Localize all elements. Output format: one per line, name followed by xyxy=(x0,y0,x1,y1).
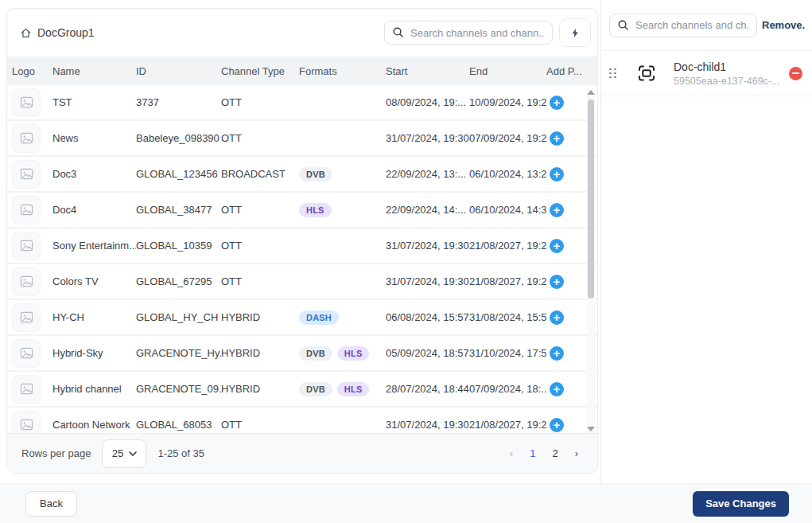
image-icon xyxy=(20,383,33,395)
group-name-label: DocGroup1 xyxy=(37,26,95,39)
lightning-icon xyxy=(570,28,581,38)
table-row[interactable]: Doc3 GLOBAL_123456 BROADCAST DVB 22/09/2… xyxy=(7,157,597,193)
table-row[interactable]: Colors TV GLOBAL_67295 OTT 31/07/2024, 1… xyxy=(7,264,597,300)
channel-id: GLOBAL_10359 xyxy=(136,240,221,252)
action-footer: Back Save Changes xyxy=(0,483,812,523)
channel-name: Hybrid channel xyxy=(52,383,136,395)
channels-search-input[interactable] xyxy=(384,21,553,45)
group-title: DocGroup1 xyxy=(20,26,95,39)
channel-start: 31/07/2024, 19:30 xyxy=(386,275,469,287)
image-icon xyxy=(20,96,33,108)
table-row[interactable]: Sony Entertainm... GLOBAL_10359 OTT 31/0… xyxy=(7,228,597,264)
channel-type: OTT xyxy=(221,240,299,252)
back-button[interactable]: Back xyxy=(25,491,77,517)
channel-name: TST xyxy=(52,96,136,108)
add-channel-button[interactable]: + xyxy=(550,131,564,146)
add-channel-button[interactable]: + xyxy=(550,310,564,325)
channel-end: 06/10/2024, 13:24 xyxy=(469,168,546,180)
pagination-page-1[interactable]: 1 xyxy=(530,447,535,459)
channel-type: OTT xyxy=(221,204,299,216)
scroll-up-arrow[interactable] xyxy=(587,90,595,95)
table-row[interactable]: Hybrid-Sky GRACENOTE_Hy... HYBRID DVBHLS… xyxy=(7,336,597,372)
format-badge-dash: DASH xyxy=(299,310,339,325)
add-channel-button[interactable]: + xyxy=(550,418,564,432)
logo-placeholder xyxy=(12,88,41,117)
channel-name: Doc4 xyxy=(52,204,136,216)
channel-type: BROADCAST xyxy=(221,168,299,180)
pagination-page-2[interactable]: 2 xyxy=(552,447,558,459)
channel-start: 31/07/2024, 19:30 xyxy=(386,132,469,144)
save-changes-button[interactable]: Save Changes xyxy=(693,491,789,517)
channel-id: 3737 xyxy=(136,96,221,108)
column-header-end: End xyxy=(469,65,546,77)
table-row[interactable]: News Babeleye_098390 OTT 31/07/2024, 19:… xyxy=(7,121,597,157)
image-icon xyxy=(20,132,33,144)
logo-cell xyxy=(12,160,52,189)
channel-name: Hybrid-Sky xyxy=(52,347,136,359)
channel-formats: HLS xyxy=(299,203,386,217)
table-row[interactable]: Hybrid channel GRACENOTE_09... HYBRID DV… xyxy=(7,372,597,408)
card-header: DocGroup1 xyxy=(7,9,597,57)
logo-cell xyxy=(12,339,52,368)
remove-all-link[interactable]: Remove... xyxy=(762,19,806,31)
channel-type: HYBRID xyxy=(221,311,299,323)
rows-per-page-label: Rows per page xyxy=(21,447,91,459)
channel-start: 06/08/2024, 15:57 xyxy=(386,311,469,323)
channel-id: GRACENOTE_Hy... xyxy=(136,347,221,359)
quick-filter-button[interactable] xyxy=(559,18,591,47)
add-channel-button[interactable]: + xyxy=(550,275,564,289)
logo-cell xyxy=(12,196,52,224)
selected-panel-header: Remove... xyxy=(601,0,812,51)
channel-end: 07/09/2024, 19:29 xyxy=(469,132,546,144)
table-row[interactable]: Cartoon Network GLOBAL_68053 OTT 31/07/2… xyxy=(7,408,597,433)
column-header-channel-type: Channel Type xyxy=(221,65,299,77)
scroll-down-arrow[interactable] xyxy=(587,427,595,431)
logo-cell xyxy=(12,411,52,434)
channel-name: News xyxy=(52,132,136,144)
format-badge-hls: HLS xyxy=(337,382,370,396)
add-channel-button[interactable]: + xyxy=(550,167,564,181)
selected-search xyxy=(609,14,757,37)
drag-handle-icon[interactable] xyxy=(609,68,616,79)
image-icon xyxy=(20,204,33,216)
add-channel-button[interactable]: + xyxy=(550,96,564,110)
page-size-value: 25 xyxy=(112,447,123,459)
channel-id: Babeleye_098390 xyxy=(136,132,221,144)
image-icon xyxy=(20,347,33,359)
image-icon xyxy=(20,240,33,252)
logo-cell xyxy=(12,88,52,117)
channel-type: HYBRID xyxy=(221,383,299,395)
channel-start: 28/07/2024, 18:44 xyxy=(386,383,469,395)
table-header: LogoNameIDChannel TypeFormatsStartEndAdd… xyxy=(7,57,597,85)
remove-item-button[interactable] xyxy=(789,67,802,80)
image-icon xyxy=(20,275,33,287)
add-channel-button[interactable]: + xyxy=(550,382,564,396)
channel-id: GLOBAL_38477 xyxy=(136,204,221,216)
table-row[interactable]: HY-CH GLOBAL_HY_CH HYBRID DASH 06/08/202… xyxy=(7,300,597,336)
channel-start: 05/09/2024, 18:57 xyxy=(386,347,469,359)
logo-placeholder xyxy=(12,303,41,332)
table-scrollbar[interactable] xyxy=(587,88,595,433)
add-channel-button[interactable]: + xyxy=(550,346,564,361)
selected-search-input[interactable] xyxy=(609,14,757,37)
channel-start: 08/09/2024, 19:... xyxy=(386,96,469,108)
image-icon xyxy=(20,311,33,323)
selected-items-list: Doc-child1 59505eaa-e137-469c-... xyxy=(601,51,812,96)
format-badge-dvb: DVB xyxy=(299,346,332,361)
pagination-next[interactable]: › xyxy=(575,447,578,459)
channel-end: 21/08/2027, 19:29 xyxy=(469,419,546,431)
channel-id: GLOBAL_67295 xyxy=(136,275,221,287)
table-row[interactable]: TST 3737 OTT 08/09/2024, 19:... 10/09/20… xyxy=(7,85,597,121)
pagination-prev[interactable]: ‹ xyxy=(510,447,513,459)
scrollbar-thumb[interactable] xyxy=(588,100,594,299)
format-badge-hls: HLS xyxy=(299,203,332,217)
table-row[interactable]: Doc4 GLOBAL_38477 OTT HLS 22/09/2024, 14… xyxy=(7,193,597,228)
page-size-select[interactable]: 25 xyxy=(102,439,146,468)
channel-id: GLOBAL_123456 xyxy=(136,168,221,180)
selected-channel-item[interactable]: Doc-child1 59505eaa-e137-469c-... xyxy=(601,51,812,96)
logo-placeholder xyxy=(12,411,41,434)
channel-end: 06/10/2024, 14:32 xyxy=(469,204,546,216)
add-channel-button[interactable]: + xyxy=(550,239,564,253)
add-channel-button[interactable]: + xyxy=(550,203,564,217)
channel-id: GLOBAL_68053 xyxy=(136,419,221,431)
